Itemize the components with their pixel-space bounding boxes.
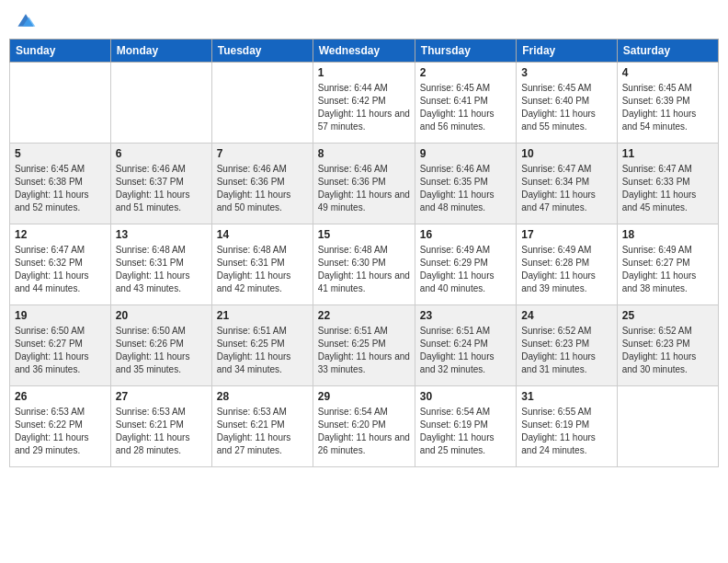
calendar-cell: 10Sunrise: 6:47 AMSunset: 6:34 PMDayligh…	[517, 144, 617, 224]
cell-date-number: 9	[420, 147, 511, 160]
cell-date-number: 14	[217, 228, 308, 241]
cell-date-number: 12	[15, 228, 106, 241]
cell-date-number: 26	[15, 390, 106, 403]
cell-info: Sunrise: 6:51 AMSunset: 6:25 PMDaylight:…	[318, 325, 410, 376]
calendar-cell: 15Sunrise: 6:48 AMSunset: 6:30 PMDayligh…	[313, 224, 415, 305]
cell-info: Sunrise: 6:50 AMSunset: 6:26 PMDaylight:…	[116, 325, 207, 376]
cell-info: Sunrise: 6:47 AMSunset: 6:33 PMDaylight:…	[622, 163, 713, 214]
cell-info: Sunrise: 6:49 AMSunset: 6:27 PMDaylight:…	[622, 244, 713, 295]
calendar-cell: 17Sunrise: 6:49 AMSunset: 6:28 PMDayligh…	[517, 224, 617, 305]
calendar-cell: 1Sunrise: 6:44 AMSunset: 6:42 PMDaylight…	[313, 63, 415, 144]
calendar-week-1: 1Sunrise: 6:44 AMSunset: 6:42 PMDaylight…	[10, 63, 719, 144]
cell-date-number: 1	[318, 66, 410, 79]
cell-date-number: 8	[318, 147, 410, 160]
cell-date-number: 16	[420, 228, 511, 241]
cell-date-number: 10	[521, 147, 611, 160]
calendar-cell: 29Sunrise: 6:54 AMSunset: 6:20 PMDayligh…	[313, 386, 415, 467]
cell-info: Sunrise: 6:45 AMSunset: 6:39 PMDaylight:…	[622, 82, 713, 133]
calendar-cell: 31Sunrise: 6:55 AMSunset: 6:19 PMDayligh…	[517, 386, 617, 467]
calendar-week-3: 12Sunrise: 6:47 AMSunset: 6:32 PMDayligh…	[10, 224, 719, 305]
cell-date-number: 20	[116, 309, 207, 322]
cell-info: Sunrise: 6:46 AMSunset: 6:37 PMDaylight:…	[116, 163, 207, 214]
day-header-monday: Monday	[110, 40, 211, 63]
day-header-thursday: Thursday	[415, 40, 516, 63]
calendar-week-4: 19Sunrise: 6:50 AMSunset: 6:27 PMDayligh…	[10, 305, 719, 386]
cell-info: Sunrise: 6:53 AMSunset: 6:22 PMDaylight:…	[15, 406, 106, 457]
calendar-cell: 12Sunrise: 6:47 AMSunset: 6:32 PMDayligh…	[10, 224, 111, 305]
cell-date-number: 5	[15, 147, 106, 160]
cell-info: Sunrise: 6:45 AMSunset: 6:40 PMDaylight:…	[521, 82, 611, 133]
cell-date-number: 11	[622, 147, 713, 160]
cell-date-number: 23	[420, 309, 511, 322]
cell-date-number: 17	[521, 228, 611, 241]
cell-date-number: 25	[622, 309, 713, 322]
calendar-week-2: 5Sunrise: 6:45 AMSunset: 6:38 PMDaylight…	[10, 144, 719, 224]
day-header-wednesday: Wednesday	[313, 40, 415, 63]
calendar-cell: 27Sunrise: 6:53 AMSunset: 6:21 PMDayligh…	[110, 386, 211, 467]
calendar-week-5: 26Sunrise: 6:53 AMSunset: 6:22 PMDayligh…	[10, 386, 719, 467]
calendar-cell	[110, 63, 211, 144]
calendar-cell: 7Sunrise: 6:46 AMSunset: 6:36 PMDaylight…	[211, 144, 313, 224]
calendar-cell: 3Sunrise: 6:45 AMSunset: 6:40 PMDaylight…	[517, 63, 617, 144]
calendar-cell: 23Sunrise: 6:51 AMSunset: 6:24 PMDayligh…	[415, 305, 516, 386]
cell-info: Sunrise: 6:50 AMSunset: 6:27 PMDaylight:…	[15, 325, 106, 376]
cell-date-number: 28	[217, 390, 308, 403]
calendar-cell: 16Sunrise: 6:49 AMSunset: 6:29 PMDayligh…	[415, 224, 516, 305]
page-header	[9, 9, 719, 31]
calendar-cell	[617, 386, 718, 467]
calendar-cell: 13Sunrise: 6:48 AMSunset: 6:31 PMDayligh…	[110, 224, 211, 305]
cell-info: Sunrise: 6:53 AMSunset: 6:21 PMDaylight:…	[116, 406, 207, 457]
cell-info: Sunrise: 6:46 AMSunset: 6:36 PMDaylight:…	[217, 163, 308, 214]
cell-info: Sunrise: 6:44 AMSunset: 6:42 PMDaylight:…	[318, 82, 410, 133]
calendar-cell: 26Sunrise: 6:53 AMSunset: 6:22 PMDayligh…	[10, 386, 111, 467]
cell-info: Sunrise: 6:49 AMSunset: 6:29 PMDaylight:…	[420, 244, 511, 295]
logo	[13, 9, 39, 31]
cell-info: Sunrise: 6:53 AMSunset: 6:21 PMDaylight:…	[217, 406, 308, 457]
cell-info: Sunrise: 6:48 AMSunset: 6:30 PMDaylight:…	[318, 244, 410, 295]
calendar-cell: 25Sunrise: 6:52 AMSunset: 6:23 PMDayligh…	[617, 305, 718, 386]
day-header-friday: Friday	[517, 40, 617, 63]
day-header-saturday: Saturday	[617, 40, 718, 63]
calendar-header-row: SundayMondayTuesdayWednesdayThursdayFrid…	[10, 40, 719, 63]
cell-date-number: 30	[420, 390, 511, 403]
calendar-cell: 2Sunrise: 6:45 AMSunset: 6:41 PMDaylight…	[415, 63, 516, 144]
calendar-cell: 5Sunrise: 6:45 AMSunset: 6:38 PMDaylight…	[10, 144, 111, 224]
cell-info: Sunrise: 6:47 AMSunset: 6:34 PMDaylight:…	[521, 163, 611, 214]
calendar-cell	[10, 63, 111, 144]
calendar-cell: 18Sunrise: 6:49 AMSunset: 6:27 PMDayligh…	[617, 224, 718, 305]
cell-info: Sunrise: 6:51 AMSunset: 6:25 PMDaylight:…	[217, 325, 308, 376]
calendar-cell: 6Sunrise: 6:46 AMSunset: 6:37 PMDaylight…	[110, 144, 211, 224]
cell-info: Sunrise: 6:54 AMSunset: 6:20 PMDaylight:…	[318, 406, 410, 457]
cell-info: Sunrise: 6:52 AMSunset: 6:23 PMDaylight:…	[622, 325, 713, 376]
cell-date-number: 21	[217, 309, 308, 322]
calendar-cell: 20Sunrise: 6:50 AMSunset: 6:26 PMDayligh…	[110, 305, 211, 386]
cell-info: Sunrise: 6:45 AMSunset: 6:38 PMDaylight:…	[15, 163, 106, 214]
calendar: SundayMondayTuesdayWednesdayThursdayFrid…	[9, 39, 719, 467]
cell-date-number: 19	[15, 309, 106, 322]
logo-icon	[15, 9, 37, 31]
calendar-cell: 9Sunrise: 6:46 AMSunset: 6:35 PMDaylight…	[415, 144, 516, 224]
calendar-cell: 8Sunrise: 6:46 AMSunset: 6:36 PMDaylight…	[313, 144, 415, 224]
cell-date-number: 22	[318, 309, 410, 322]
calendar-cell: 11Sunrise: 6:47 AMSunset: 6:33 PMDayligh…	[617, 144, 718, 224]
cell-date-number: 7	[217, 147, 308, 160]
calendar-cell: 14Sunrise: 6:48 AMSunset: 6:31 PMDayligh…	[211, 224, 313, 305]
cell-info: Sunrise: 6:54 AMSunset: 6:19 PMDaylight:…	[420, 406, 511, 457]
day-header-sunday: Sunday	[10, 40, 111, 63]
calendar-cell: 22Sunrise: 6:51 AMSunset: 6:25 PMDayligh…	[313, 305, 415, 386]
calendar-cell: 21Sunrise: 6:51 AMSunset: 6:25 PMDayligh…	[211, 305, 313, 386]
cell-date-number: 4	[622, 66, 713, 79]
cell-date-number: 29	[318, 390, 410, 403]
cell-date-number: 3	[521, 66, 611, 79]
calendar-cell: 28Sunrise: 6:53 AMSunset: 6:21 PMDayligh…	[211, 386, 313, 467]
cell-info: Sunrise: 6:47 AMSunset: 6:32 PMDaylight:…	[15, 244, 106, 295]
cell-date-number: 13	[116, 228, 207, 241]
day-header-tuesday: Tuesday	[211, 40, 313, 63]
cell-date-number: 18	[622, 228, 713, 241]
cell-date-number: 31	[521, 390, 611, 403]
calendar-cell: 4Sunrise: 6:45 AMSunset: 6:39 PMDaylight…	[617, 63, 718, 144]
cell-date-number: 24	[521, 309, 611, 322]
cell-date-number: 2	[420, 66, 511, 79]
cell-info: Sunrise: 6:52 AMSunset: 6:23 PMDaylight:…	[521, 325, 611, 376]
cell-info: Sunrise: 6:48 AMSunset: 6:31 PMDaylight:…	[217, 244, 308, 295]
